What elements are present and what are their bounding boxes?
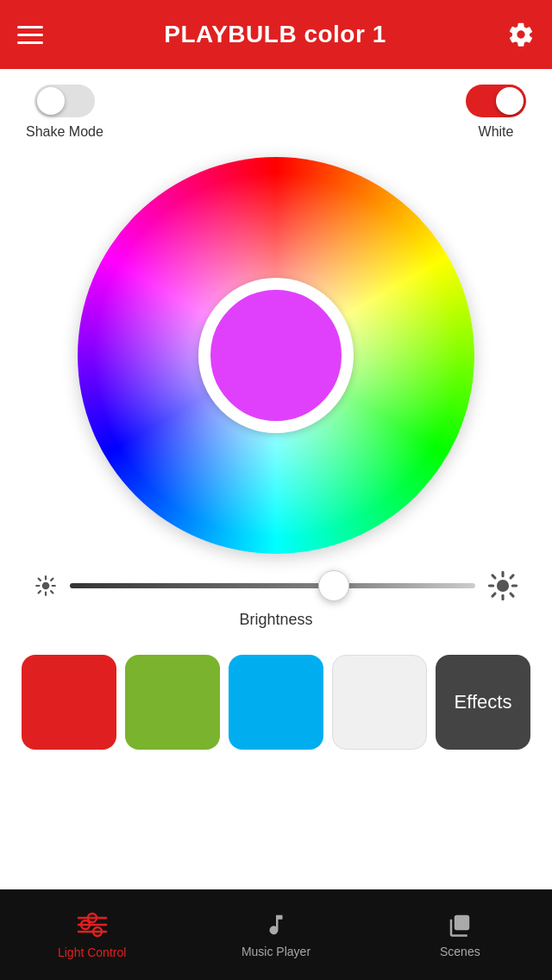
swatch-green[interactable] [125,655,220,750]
scenes-icon [447,912,473,938]
tab-scenes[interactable]: Scenes [368,912,552,958]
swatch-red[interactable] [22,655,116,750]
svg-line-16 [511,575,513,578]
brightness-track[interactable] [70,583,475,588]
brightness-max-icon [488,571,518,600]
brightness-label: Brightness [34,611,518,629]
music-player-icon [263,912,289,938]
svg-line-17 [492,594,495,596]
shake-mode-knob [37,87,65,115]
swatch-white[interactable] [332,655,427,750]
svg-line-7 [51,579,53,581]
color-wheel-center[interactable] [198,278,354,433]
shake-mode-group: Shake Mode [26,85,104,140]
effects-label: Effects [455,691,512,713]
white-toggle-group: White [466,85,526,140]
svg-point-9 [497,580,509,592]
tab-music-player-label: Music Player [242,945,310,958]
tab-bar: Light Control Music Player Scenes [0,889,552,980]
brightness-min-icon [34,575,57,597]
menu-button[interactable] [17,26,43,44]
svg-point-0 [42,582,50,590]
svg-line-15 [511,594,513,596]
app-header: PLAYBULB color 1 [0,0,552,69]
light-control-icon [77,911,108,939]
swatch-blue[interactable] [229,655,323,750]
settings-icon[interactable] [507,21,535,48]
white-toggle-knob [496,87,524,115]
svg-line-5 [39,579,41,581]
color-wheel[interactable] [78,157,474,554]
tab-scenes-label: Scenes [440,945,480,958]
toggles-row: Shake Mode White [0,69,552,148]
tab-light-control[interactable]: Light Control [0,911,184,959]
svg-line-14 [492,575,495,578]
svg-line-8 [39,591,41,593]
white-toggle-label: White [479,124,514,140]
shake-mode-label: Shake Mode [26,124,104,140]
white-toggle[interactable] [466,85,526,117]
tab-music-player[interactable]: Music Player [184,912,367,958]
swatches-row: Effects [0,638,552,767]
brightness-slider-row [34,571,518,600]
shake-mode-toggle[interactable] [34,85,95,117]
app-title: PLAYBULB color 1 [164,21,386,48]
color-wheel-container [0,148,552,571]
svg-line-6 [51,591,53,593]
tab-light-control-label: Light Control [58,945,126,959]
brightness-thumb[interactable] [318,570,349,601]
swatch-effects[interactable]: Effects [436,655,530,750]
brightness-section: Brightness [0,571,552,638]
